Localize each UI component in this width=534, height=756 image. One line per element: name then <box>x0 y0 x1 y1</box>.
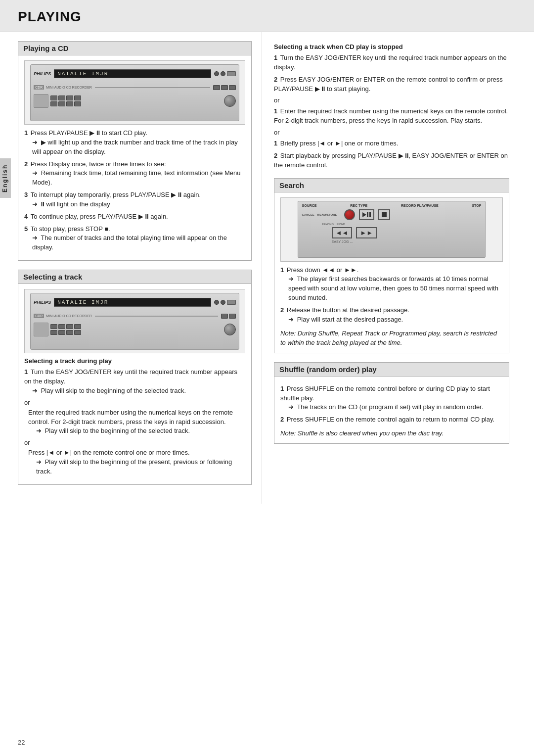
search-step-1-arrow-text: The player first searches backwards or f… <box>288 275 498 301</box>
cd-left-controls-2 <box>34 323 81 336</box>
ffwd-icon: ►► <box>360 229 373 236</box>
cd-row-2 <box>50 101 81 106</box>
stop-button <box>378 209 390 220</box>
step-2: 2 Press Display once, twice or three tim… <box>24 160 245 188</box>
step-3: 3 To interrupt play temporarily, press P… <box>24 190 245 209</box>
step-1-arrow-1: ➜ ▶ will light up and the track number a… <box>24 138 245 157</box>
cdr-label: CDR <box>34 85 44 90</box>
cd-btn-i <box>50 324 57 329</box>
shuffle-steps: 1 Press SHUFFLE on the remote control be… <box>280 384 503 425</box>
search-step-2-text: Release the button at the desired passag… <box>287 306 409 314</box>
cd-sm-btn-3 <box>229 85 236 90</box>
search-content: SOURCE REC TYPE RECORD PLAY/PAUSE STOP C… <box>274 192 509 353</box>
sel-step-1: 1 Turn the EASY JOG/ENTER key until the … <box>24 368 245 396</box>
remote-nav-row: REWIND FFWD <box>322 223 482 226</box>
stopped-or-text-1: or <box>274 96 509 104</box>
rewind-button: ◄◄ <box>332 227 353 238</box>
cd-small-btns-2 <box>221 314 236 319</box>
cd-btn-f <box>58 101 65 106</box>
stopped-step-num-2: 2 <box>274 76 277 83</box>
cd-model-text-2: MINI AUDIO CD RECORDER <box>46 314 92 318</box>
search-step-1-arrow: ➜ The player first searches backwards or… <box>280 275 503 303</box>
step-3-arrow-1-text: II will light on the display <box>41 200 110 208</box>
pause-bars-icon <box>367 212 371 217</box>
cd-sm-btn-5 <box>229 314 236 319</box>
cd-indicator-1 <box>214 71 219 76</box>
cd-btn-j <box>58 324 65 329</box>
cd-btn-p <box>74 330 81 335</box>
cd-device-top-2: PHILIPS NATALIE IMJR <box>34 295 236 309</box>
cd-sm-btn-1 <box>213 85 220 90</box>
sel-step-1-text: Turn the EASY JOG/ENTER key until the re… <box>24 368 237 385</box>
shuffle-step-num-2: 2 <box>280 416 284 423</box>
selecting-track-title: Selecting a track <box>18 270 251 284</box>
sidebar-english-label: English <box>0 158 11 198</box>
step-1: 1 Press PLAY/PAUSE ▶ II to start CD play… <box>24 129 245 157</box>
cd-row-btns <box>50 95 81 106</box>
remote-transport-btns <box>344 209 390 220</box>
cd-jog-knob <box>224 95 236 107</box>
easy-jog-label: EASY JOG ... <box>332 240 482 243</box>
stopped-or-steps-1: 1 Enter the required track number using … <box>274 107 509 126</box>
selecting-track-steps: 1 Turn the EASY JOG/ENTER key until the … <box>24 368 245 396</box>
step-2-arrow-1: ➜ Remaining track time, total remaining … <box>24 169 245 188</box>
menu-store-label: MENU/STORE <box>317 213 337 216</box>
selecting-stopped-heading: Selecting a track when CD play is stoppe… <box>274 43 509 50</box>
cd-device-illustration: PHILIPS NATALIE IMJR CDR <box>30 64 239 121</box>
rewind-icon: ◄◄ <box>336 229 349 236</box>
cd-device-mid: CDR MINI AUDIO CD RECORDER <box>34 83 236 93</box>
arrow-icon-shuffle-1: ➜ <box>288 403 294 411</box>
selecting-track-during-play-heading: Selecting a track during play <box>24 357 245 365</box>
search-section: Search SOURCE REC TYPE RECORD PLAY/PAUSE… <box>274 178 509 353</box>
step-5-arrow-1: ➜ The number of tracks and the total pla… <box>24 234 245 252</box>
pause-bar-1 <box>367 212 368 217</box>
shuffle-step-1-arrow: ➜ The tracks on the CD (or program if se… <box>280 403 503 412</box>
stop-square-icon <box>382 212 387 217</box>
shuffle-step-1-text: Press SHUFFLE on the remote control befo… <box>280 385 490 402</box>
source-label: SOURCE <box>302 204 317 207</box>
arrow-icon-or-1: ➜ <box>36 427 42 434</box>
stopped-final-step-num-2: 2 <box>274 152 277 159</box>
stopped-final-steps: 2 Start playback by pressing PLAY/PAUSE … <box>274 151 509 170</box>
or-block-2-arrow: ➜ Play will skip to the beginning of the… <box>28 458 245 476</box>
playing-cd-title: Playing a CD <box>18 42 251 55</box>
stopped-step-num-1: 1 <box>274 54 277 61</box>
stopped-or-step-1-text: Enter the required track number using th… <box>274 107 508 124</box>
cd-btn-e <box>50 101 57 106</box>
step-num-5: 5 <box>24 225 28 233</box>
main-content: Playing a CD PHILIPS NATALIE IMJR <box>0 32 534 514</box>
cd-separator-2 <box>95 316 218 317</box>
cd-small-btns <box>213 85 236 90</box>
cd-slot-2 <box>34 323 48 336</box>
or-text-1: or <box>24 399 245 406</box>
stopped-final-step-2-text: Start playback by pressing PLAY/PAUSE ▶ … <box>274 152 508 169</box>
cd-btn-c <box>66 95 73 100</box>
cd-row-4 <box>50 330 81 335</box>
cd-indicator-2 <box>221 71 225 76</box>
or-block-1: Enter the required track number using th… <box>24 408 245 436</box>
sel-step-1-arrow-text: Play will skip to the beginning of the s… <box>41 387 186 394</box>
cd-device-bottom <box>34 94 236 108</box>
arrow-icon-5: ➜ <box>32 234 38 241</box>
search-step-2-arrow: ➜ Play will start at the desired passage… <box>280 315 503 325</box>
or-block-1-arrow-text: Play will skip to the beginning of the s… <box>45 427 190 434</box>
step-3-text: To interrupt play temporarily, press PLA… <box>31 191 201 198</box>
or-block-1-arrow: ➜ Play will skip to the beginning of the… <box>28 426 245 436</box>
playing-cd-steps: 1 Press PLAY/PAUSE ▶ II to start CD play… <box>24 129 245 252</box>
cd-btn-m <box>50 330 57 335</box>
shuffle-step-1: 1 Press SHUFFLE on the remote control be… <box>280 384 503 413</box>
record-play-pause-label: RECORD PLAY/PAUSE <box>401 204 439 207</box>
play-pause-button <box>359 209 374 220</box>
step-5-arrow-1-text: The number of tracks and the total playi… <box>32 234 227 251</box>
step-num-1: 1 <box>24 129 28 137</box>
step-2-text: Press Display once, twice or three times… <box>31 160 166 168</box>
shuffle-step-num-1: 1 <box>280 385 284 392</box>
step-3-arrow-1: ➜ II will light on the display <box>24 200 245 209</box>
record-button <box>344 209 355 220</box>
shuffle-step-1-arrow-text: The tracks on the CD (or program if set)… <box>297 403 483 411</box>
step-2-arrow-1-text: Remaining track time, total remaining ti… <box>32 169 241 186</box>
stopped-step-1-text: Turn the EASY JOG/ENTER key until the re… <box>274 54 507 71</box>
step-num-2: 2 <box>24 160 28 168</box>
step-4: 4 To continue play, press PLAY/PAUSE ▶ I… <box>24 212 245 222</box>
remote-device-image: SOURCE REC TYPE RECORD PLAY/PAUSE STOP C… <box>280 197 503 262</box>
